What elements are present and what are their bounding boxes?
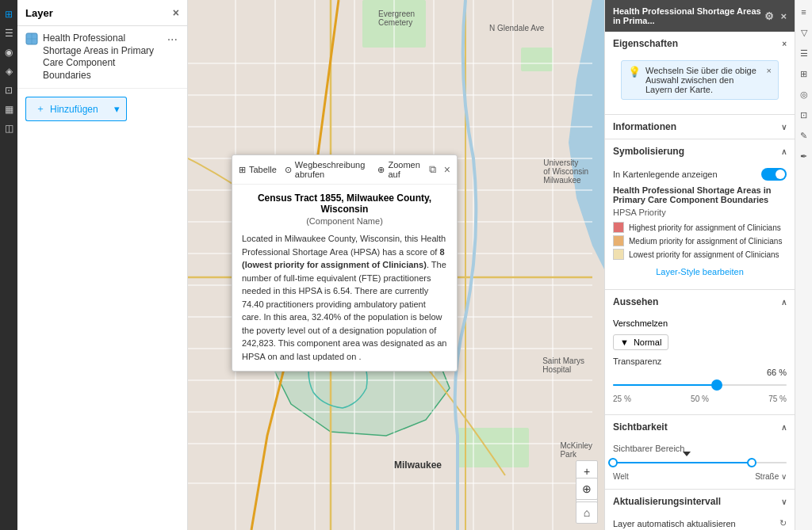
vis-fill <box>613 462 752 463</box>
legend-subtitle: HPSA Priority <box>613 208 787 217</box>
informationen-label: Informationen <box>613 121 676 132</box>
layer-add-row: ＋ Hinzufügen ▾ <box>17 89 187 129</box>
popup-zoomen-btn[interactable]: ⊕ Zoomen auf <box>377 160 420 179</box>
informationen-section: Informationen ∨ <box>605 115 795 139</box>
ri-icon-1[interactable]: ≡ <box>797 5 811 19</box>
tabelle-label: Tabelle <box>249 165 277 174</box>
symbolisierung-content: In Kartenlegende anzeigen Health Profess… <box>605 163 795 289</box>
eigenschaften-header[interactable]: Eigenschaften × <box>605 32 795 55</box>
aussehen-header[interactable]: Aussehen ∧ <box>605 290 795 314</box>
layer-panel: Layer × Health Professional Shortage Are… <box>17 0 188 530</box>
sidebar-icon-data[interactable]: ◈ <box>1 63 17 79</box>
ri-icon-edit[interactable]: ✎ <box>797 128 811 143</box>
visibility-track <box>613 462 787 463</box>
layer-item-more-btn[interactable]: ··· <box>166 32 179 47</box>
legend-label-3: Lowest priority for assignment of Clinic… <box>629 250 779 259</box>
ri-icon-draw[interactable]: ✒ <box>797 149 811 163</box>
symbolisierung-section: Symbolisierung ∧ In Kartenlegende anzeig… <box>605 139 795 290</box>
legend-color-3 <box>613 249 624 260</box>
sidebar-icon-layers[interactable]: ◉ <box>1 44 17 60</box>
right-icon-strip: ≡ ▽ ☰ ⊞ ◎ ⊡ ✎ ✒ <box>795 0 812 530</box>
wegbeschreibung-label: Wegbeschreibung abrufen <box>295 160 370 179</box>
popup-toolbar: ⊞ Tabelle ⊙ Wegbeschreibung abrufen ⊕ Zo… <box>232 155 457 185</box>
layer-style-link[interactable]: Layer-Style bearbeiten <box>613 262 787 281</box>
vis-chevron-right[interactable]: ∨ <box>781 472 787 481</box>
popup-expand-btn[interactable]: ⧉ <box>429 163 436 176</box>
ri-icon-4[interactable]: ⊞ <box>797 67 811 81</box>
layer-add-button[interactable]: ＋ Hinzufügen <box>25 97 108 121</box>
aktualisierung-section: Aktualisierungsintervall ∨ Layer automat… <box>605 490 795 530</box>
panel-settings-icon[interactable]: ⚙ <box>764 10 774 22</box>
symbolisierung-header[interactable]: Symbolisierung ∧ <box>605 139 795 163</box>
popup-content: Census Tract 1855, Milwaukee County, Wis… <box>232 185 457 371</box>
info-banner-text: Wechseln Sie über die obige Auswahl zwis… <box>645 66 762 94</box>
toggle-switch[interactable] <box>761 168 787 181</box>
vis-labels: Welt Straße ∨ <box>613 472 787 481</box>
layer-item: Health Professional Shortage Areas in Pr… <box>17 26 187 89</box>
zoomen-label: Zoomen auf <box>388 160 420 179</box>
refresh-icon[interactable]: ↻ <box>779 518 787 528</box>
aktualisierung-header[interactable]: Aktualisierungsintervall ∨ <box>605 490 795 513</box>
home-extent-button[interactable]: ⌂ <box>576 501 598 524</box>
popup-title: Census Tract 1855, Milwaukee County, Wis… <box>242 193 447 215</box>
locate-controls: ⊕ ⌂ <box>576 478 598 524</box>
legend-title: Health Professional Shortage Areas in Pr… <box>613 185 787 204</box>
aussehen-label: Aussehen <box>613 296 658 307</box>
sichtbarkeit-header[interactable]: Sichtbarkeit ∧ <box>605 415 795 439</box>
sichtbarkeit-content: Sichtbarer Bereich Welt <box>605 439 795 489</box>
locate-button[interactable]: ⊕ <box>576 478 598 500</box>
ri-icon-3[interactable]: ☰ <box>797 46 811 60</box>
transparenz-slider[interactable] <box>613 379 787 391</box>
legend-label-1: Highest priority for assignment of Clini… <box>629 223 781 232</box>
svg-rect-6 <box>521 48 553 71</box>
sidebar-icon-panel[interactable]: ◫ <box>1 120 17 136</box>
right-panel-header-icons: ⚙ × <box>764 10 787 22</box>
plus-icon: ＋ <box>36 102 45 116</box>
popup-tabelle-btn[interactable]: ⊞ Tabelle <box>239 165 277 175</box>
sidebar-icon-home[interactable]: ⊞ <box>1 6 17 22</box>
sichtbarer-bereich-label: Sichtbarer Bereich <box>613 444 787 453</box>
vis-range-left: Welt <box>613 472 629 481</box>
eigenschaften-chevron: × <box>782 40 787 48</box>
ri-icon-6[interactable]: ⊡ <box>797 108 811 122</box>
verschmelzen-value: Normal <box>634 337 661 347</box>
aussehen-content: Verschmelzen ▼ Normal Transparenz 66 % <box>605 314 795 414</box>
info-banner-close-btn[interactable]: × <box>767 66 772 75</box>
popup-wegbeschreibung-btn[interactable]: ⊙ Wegbeschreibung abrufen <box>285 160 370 179</box>
map-area[interactable]: EvergreenCemetery Milwaukee N Glendale A… <box>188 0 604 530</box>
ri-icon-filter[interactable]: ▽ <box>797 25 811 40</box>
verschmelzen-select-row: ▼ Normal <box>613 334 787 350</box>
informationen-header[interactable]: Informationen ∨ <box>605 115 795 139</box>
auto-label: Layer automatisch aktualisieren <box>613 519 736 528</box>
sidebar-icon-grid[interactable]: ⊡ <box>1 82 17 98</box>
panel-close-icon[interactable]: × <box>780 10 787 22</box>
eigenschaften-label: Eigenschaften <box>613 38 678 49</box>
info-banner: 💡 Wechseln Sie über die obige Auswahl zw… <box>621 60 779 100</box>
svg-rect-7 <box>458 428 529 467</box>
table-icon: ⊞ <box>239 165 246 175</box>
symbolisierung-chevron: ∧ <box>781 147 787 156</box>
sidebar-icon-menu[interactable]: ☰ <box>1 25 17 41</box>
vis-thumb-left[interactable] <box>608 458 618 467</box>
verschmelzen-row: Verschmelzen <box>613 318 787 328</box>
legend-item-3: Lowest priority for assignment of Clinic… <box>613 249 787 260</box>
ri-icon-5[interactable]: ◎ <box>797 87 811 101</box>
aktualisierung-label: Aktualisierungsintervall <box>613 496 721 507</box>
popup-subtitle: (Component Name) <box>242 216 447 226</box>
visibility-slider[interactable] <box>613 456 787 469</box>
sichtbarkeit-section: Sichtbarkeit ∧ Sichtbarer Bereich <box>605 415 795 490</box>
popup-close-btn[interactable]: × <box>444 163 450 176</box>
info-icon: 💡 <box>628 66 641 78</box>
vis-thumb-right[interactable] <box>747 458 756 467</box>
layer-panel-close[interactable]: × <box>173 6 179 19</box>
slider-label-50: 50 % <box>691 395 709 403</box>
layer-item-name: Health Professional Shortage Areas in Pr… <box>43 32 161 82</box>
left-sidebar: ⊞ ☰ ◉ ◈ ⊡ ▦ ◫ <box>0 0 17 530</box>
legend-color-1 <box>613 222 624 233</box>
verschmelzen-select[interactable]: ▼ Normal <box>613 334 668 350</box>
sidebar-icon-table[interactable]: ▦ <box>1 101 17 117</box>
layer-add-arrow-button[interactable]: ▾ <box>108 97 127 121</box>
legend-item-2: Medium priority for assignment of Clinic… <box>613 235 787 246</box>
slider-thumb[interactable] <box>711 379 722 391</box>
verschmelzen-label: Verschmelzen <box>613 318 668 328</box>
